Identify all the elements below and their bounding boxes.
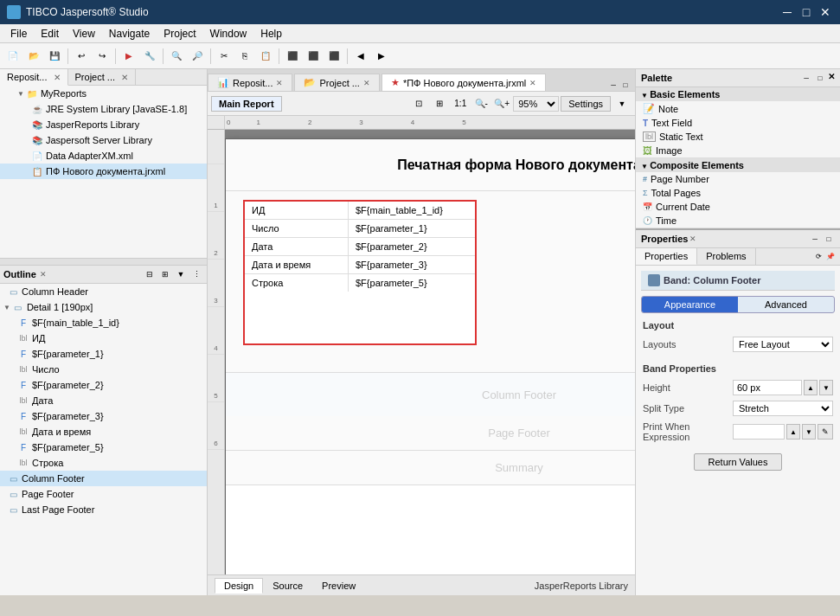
editor-tab-2-close[interactable]: ✕ (529, 79, 536, 87)
tab-max-button[interactable]: □ (619, 79, 632, 91)
project-tab-close[interactable]: ✕ (121, 73, 128, 82)
print-when-up-button[interactable]: ▲ (786, 424, 800, 440)
height-up-button[interactable]: ▲ (804, 380, 818, 395)
left-scrollbar[interactable] (0, 259, 207, 266)
palette-page-number[interactable]: # Page Number (636, 172, 840, 186)
palette-static-text[interactable]: lbl Static Text (636, 130, 840, 144)
outline-detail1[interactable]: ▼ ▭ Detail 1 [190px] (0, 299, 207, 315)
fit-width-button[interactable]: ⊞ (430, 94, 449, 113)
menu-file[interactable]: File (3, 26, 34, 42)
print-when-input[interactable] (733, 424, 785, 440)
zoom-out-editor[interactable]: 🔍- (471, 94, 491, 113)
redo-button[interactable]: ↪ (93, 47, 112, 66)
editor-tab-0-close[interactable]: ✕ (276, 79, 283, 87)
cut-button[interactable]: ✂ (215, 47, 234, 66)
detail1-arrow[interactable]: ▼ (3, 304, 10, 311)
zoom-out-button[interactable]: 🔎 (188, 47, 207, 66)
settings-button[interactable]: Settings (561, 96, 611, 112)
copy-button[interactable]: ⎘ (235, 47, 254, 66)
tree-jrxml-file[interactable]: 📋 ПФ Нового документа.jrxml (0, 164, 207, 179)
props-pin-button[interactable]: 📌 (824, 251, 837, 263)
palette-total-pages[interactable]: Σ Total Pages (636, 186, 840, 200)
height-down-button[interactable]: ▼ (819, 380, 833, 395)
outline-label-id[interactable]: lbl ИД (0, 330, 207, 346)
new-button[interactable]: 📄 (3, 47, 22, 66)
menu-help[interactable]: Help (253, 26, 289, 42)
tree-jre[interactable]: ☕ JRE System Library [JavaSE-1.8] (0, 101, 207, 117)
minimize-button[interactable]: ─ (779, 4, 795, 20)
palette-text-field[interactable]: T Text Field (636, 116, 840, 130)
project-tab[interactable]: Project ... ✕ (68, 69, 137, 85)
zoom-in-button[interactable]: 🔍 (167, 47, 186, 66)
undo-button[interactable]: ↩ (72, 47, 91, 66)
tab-problems[interactable]: Problems (697, 248, 755, 265)
align-center-button[interactable]: ⬛ (304, 47, 323, 66)
advanced-tab[interactable]: Advanced (738, 297, 834, 312)
editor-tab-1[interactable]: 📂 Project ... ✕ (294, 74, 379, 91)
forward-button[interactable]: ▶ (372, 47, 391, 66)
composite-elements-header[interactable]: ▼ Composite Elements (636, 158, 840, 172)
menu-project[interactable]: Project (157, 26, 202, 42)
tree-server-lib[interactable]: 📚 Jaspersoft Server Library (0, 132, 207, 148)
palette-close-icon[interactable]: ✕ (828, 72, 835, 84)
props-min-button[interactable]: ─ (809, 233, 821, 245)
actual-size-button[interactable]: 1:1 (451, 94, 470, 113)
design-tab[interactable]: Design (215, 578, 263, 594)
editor-tab-1-close[interactable]: ✕ (363, 79, 370, 87)
outline-label-chislo[interactable]: lbl Число (0, 362, 207, 377)
outline-column-footer[interactable]: ▭ Column Footer (0, 471, 207, 486)
layouts-select[interactable]: Free Layout Table Layout (733, 337, 833, 352)
editor-tab-0[interactable]: 📊 Reposit... ✕ (208, 74, 292, 91)
main-report-tab[interactable]: Main Report (211, 96, 282, 112)
outline-more-button[interactable]: ⋮ (189, 267, 203, 281)
tree-root[interactable]: ▼ 📁 MyReports (0, 86, 207, 101)
palette-note[interactable]: 📝 Note (636, 101, 840, 116)
zoom-in-editor[interactable]: 🔍+ (492, 94, 511, 113)
align-right-button[interactable]: ⬛ (324, 47, 343, 66)
back-button[interactable]: ◀ (351, 47, 370, 66)
outline-field-id[interactable]: F $F{main_table_1_id} (0, 315, 207, 330)
paste-button[interactable]: 📋 (256, 47, 275, 66)
fit-page-button[interactable]: ⊡ (409, 94, 428, 113)
outline-expand-button[interactable]: ⊞ (158, 267, 172, 281)
palette-image[interactable]: 🖼 Image (636, 144, 840, 157)
palette-max-button[interactable]: □ (814, 72, 826, 84)
repo-tab-close[interactable]: ✕ (54, 73, 61, 82)
split-type-select[interactable]: Stretch Prevent Immediate (733, 401, 833, 416)
outline-label-datetime[interactable]: lbl Дата и время (0, 424, 207, 440)
close-button[interactable]: ✕ (818, 4, 833, 20)
menu-view[interactable]: View (66, 26, 102, 42)
preview-tab[interactable]: Preview (312, 578, 365, 594)
open-button[interactable]: 📂 (24, 47, 43, 66)
outline-filter-button[interactable]: ▼ (174, 267, 188, 281)
palette-min-button[interactable]: ─ (800, 72, 812, 84)
editor-tab-2[interactable]: ★ *ПФ Нового документа.jrxml ✕ (382, 74, 546, 91)
palette-time[interactable]: 🕐 Time (636, 214, 840, 228)
outline-field-p1[interactable]: F $F{parameter_1} (0, 346, 207, 362)
menu-window[interactable]: Window (203, 26, 254, 42)
maximize-button[interactable]: □ (798, 4, 814, 20)
outline-page-footer[interactable]: ▭ Page Footer (0, 486, 207, 502)
expand-arrow[interactable]: ▼ (17, 90, 24, 98)
menu-edit[interactable]: Edit (34, 26, 66, 42)
tab-min-button[interactable]: ─ (607, 79, 619, 91)
outline-field-p5[interactable]: F $F{parameter_5} (0, 440, 207, 455)
print-when-down-button[interactable]: ▼ (802, 424, 816, 440)
props-max-button[interactable]: □ (823, 233, 835, 245)
outline-label-data[interactable]: lbl Дата (0, 393, 207, 408)
outline-label-stroka[interactable]: lbl Строка (0, 455, 207, 471)
tree-jasper-lib[interactable]: 📚 JasperReports Library (0, 117, 207, 132)
run-button[interactable]: ▶ (119, 47, 138, 66)
save-button[interactable]: 💾 (45, 47, 64, 66)
canvas-wrapper[interactable]: Печатная форма Нового документа Title ИД… (225, 130, 635, 574)
align-left-button[interactable]: ⬛ (283, 47, 302, 66)
outline-field-p2[interactable]: F $F{parameter_2} (0, 377, 207, 393)
debug-button[interactable]: 🔧 (140, 47, 159, 66)
print-when-edit-button[interactable]: ✎ (818, 424, 833, 440)
height-input[interactable] (733, 380, 802, 395)
basic-elements-header[interactable]: ▼ Basic Elements (636, 87, 840, 101)
source-tab[interactable]: Source (263, 578, 312, 594)
settings-dropdown[interactable]: ▼ (612, 94, 632, 113)
outline-field-p3[interactable]: F $F{parameter_3} (0, 408, 207, 424)
outline-collapse-button[interactable]: ⊟ (143, 267, 157, 281)
